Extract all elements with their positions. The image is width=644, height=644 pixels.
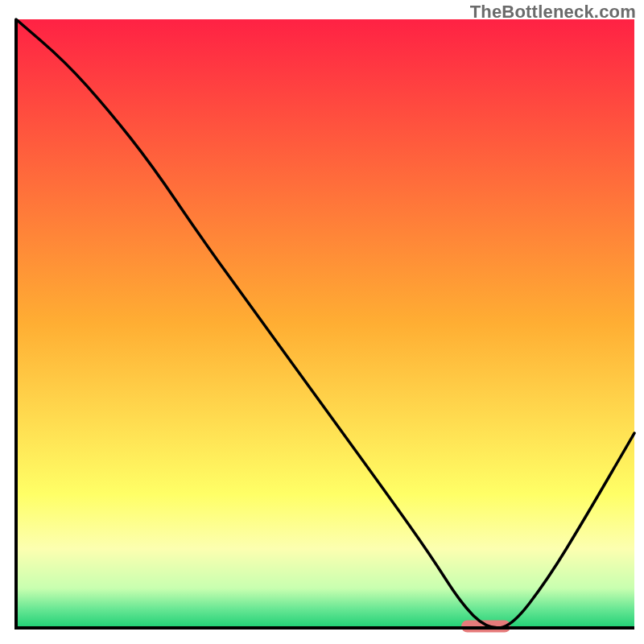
chart-svg [0,0,644,644]
bottleneck-chart: TheBottleneck.com [0,0,644,644]
watermark-text: TheBottleneck.com [470,2,636,23]
